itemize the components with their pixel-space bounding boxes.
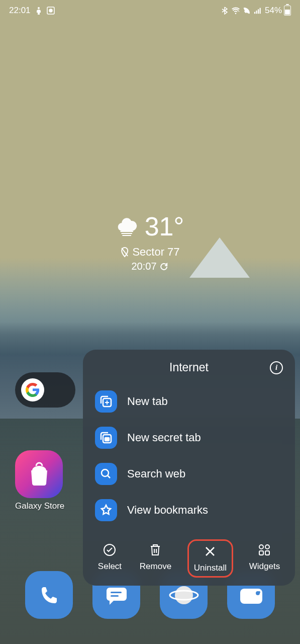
google-search-widget[interactable] [15, 372, 75, 408]
action-widgets[interactable]: Widgets [247, 539, 282, 578]
svg-rect-13 [105, 438, 109, 441]
weather-time-text: 20:07 [131, 261, 156, 272]
action-label: Widgets [249, 561, 280, 572]
shortcut-view-bookmarks[interactable]: View bookmarks [93, 492, 285, 528]
svg-rect-3 [254, 12, 255, 14]
close-icon [203, 544, 218, 559]
status-bar: 22:01 54% [0, 0, 300, 21]
location-text: Sector 77 [132, 246, 179, 259]
battery-indicator: 54% [265, 6, 291, 16]
svg-rect-4 [256, 11, 257, 14]
svg-rect-18 [259, 551, 263, 555]
svg-point-22 [175, 586, 193, 604]
app-context-menu: Internet i New tab New secret tab Search… [83, 350, 295, 586]
select-icon [102, 542, 117, 557]
svg-point-14 [102, 469, 109, 476]
svg-point-2 [49, 9, 52, 12]
app-icon [47, 7, 55, 15]
svg-rect-24 [240, 589, 262, 604]
svg-point-0 [38, 7, 40, 9]
weather-widget[interactable]: 31° Sector 77 20:07 [116, 211, 184, 272]
svg-point-26 [258, 591, 260, 593]
new-tab-icon [95, 390, 117, 413]
svg-rect-5 [258, 9, 259, 14]
galaxy-store-app[interactable]: Galaxy Store [15, 450, 64, 511]
status-time: 22:01 [9, 6, 31, 16]
shortcut-label: New tab [127, 395, 168, 408]
svg-rect-7 [120, 231, 133, 232]
action-label: Select [98, 561, 122, 572]
accessibility-icon [35, 7, 43, 15]
svg-rect-20 [111, 592, 122, 593]
wifi-icon [232, 7, 240, 15]
shortcut-new-tab[interactable]: New tab [93, 383, 285, 420]
battery-icon [284, 6, 291, 16]
action-remove[interactable]: Remove [138, 539, 173, 578]
galaxy-store-icon [15, 450, 63, 498]
context-menu-title: Internet [169, 361, 209, 374]
action-label: Remove [140, 561, 171, 572]
search-icon [95, 463, 117, 485]
signal-icon [254, 7, 262, 15]
trash-icon [148, 542, 163, 557]
svg-rect-8 [121, 233, 132, 234]
svg-rect-9 [122, 235, 131, 236]
galaxy-store-label: Galaxy Store [15, 501, 64, 511]
shortcut-label: View bookmarks [127, 504, 208, 517]
secret-tab-icon [95, 427, 117, 449]
svg-rect-6 [260, 8, 261, 14]
shortcut-new-secret-tab[interactable]: New secret tab [93, 420, 285, 456]
widgets-icon [257, 542, 272, 557]
shortcut-search-web[interactable]: Search web [93, 456, 285, 492]
cloud-fog-icon [116, 217, 137, 236]
phone-app[interactable] [25, 571, 73, 619]
bookmark-icon [95, 499, 117, 521]
action-uninstall[interactable]: Uninstall [187, 539, 233, 578]
temperature-value: 31° [145, 211, 184, 242]
google-icon [21, 378, 44, 401]
svg-point-17 [265, 545, 269, 549]
action-label: Uninstall [194, 563, 227, 573]
info-icon[interactable]: i [270, 361, 283, 374]
shortcut-label: Search web [127, 467, 185, 480]
bluetooth-icon [221, 7, 229, 15]
svg-rect-19 [265, 551, 269, 555]
call-icon [243, 7, 251, 15]
action-select[interactable]: Select [96, 539, 124, 578]
refresh-icon [160, 262, 169, 271]
svg-rect-21 [111, 595, 119, 597]
shortcut-label: New secret tab [127, 431, 201, 444]
svg-line-10 [122, 248, 128, 256]
location-off-icon [120, 247, 129, 258]
svg-point-16 [259, 545, 263, 549]
